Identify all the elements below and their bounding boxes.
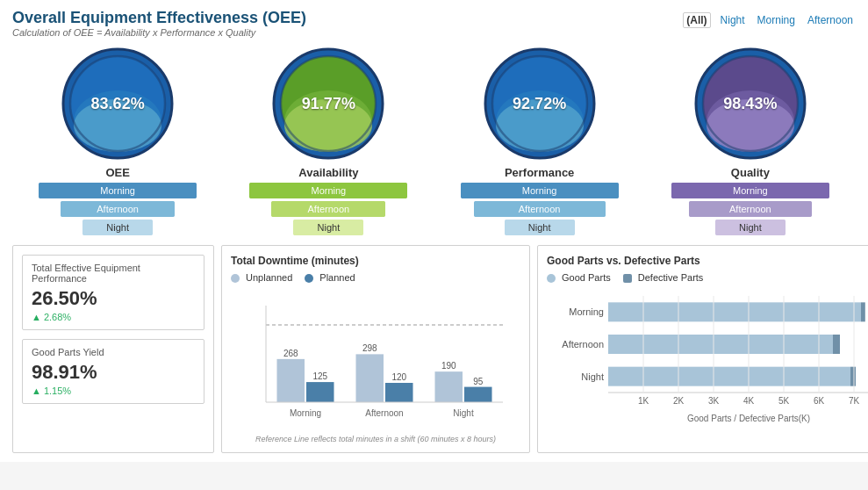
filter-afternoon[interactable]: Afternoon	[805, 13, 856, 27]
kpi-row: 83.62%OEEMorningAfternoonNight 91.77%Ava…	[12, 47, 856, 238]
parts-legend: Good Parts Defective Parts	[547, 272, 868, 283]
planned-bar	[306, 382, 334, 402]
quality-shift-label: Afternoon	[689, 201, 812, 217]
svg-text:Morning: Morning	[290, 408, 321, 418]
parts-svg: MorningAfternoonNight1K2K3K4K5K6K7K8KGoo…	[547, 292, 868, 423]
ref-note: Reference Line reflects total minutes in…	[231, 435, 520, 443]
defective-bar	[861, 302, 865, 321]
svg-text:3K: 3K	[708, 396, 720, 406]
kpi-availability: 91.77%AvailabilityMorningAfternoonNight	[232, 47, 425, 238]
svg-text:190: 190	[441, 361, 456, 371]
performance-shift-bar: Night	[505, 220, 575, 235]
svg-text:Morning: Morning	[569, 306, 604, 317]
svg-text:1K: 1K	[638, 396, 649, 406]
gpy-name: Good Parts Yield	[32, 347, 195, 357]
oee-shift-label: Night	[82, 220, 153, 235]
unplanned-bar	[435, 371, 463, 402]
kpi-quality: 98.43%QualityMorningAfternoonNight	[654, 47, 847, 238]
gpy-value: 98.91%	[32, 361, 195, 384]
good-bar	[608, 335, 833, 354]
svg-text:95: 95	[473, 377, 484, 386]
quality-shift-bar: Night	[715, 220, 786, 235]
svg-text:Afternoon: Afternoon	[562, 339, 604, 349]
filter-tabs: (All) Night Morning Afternoon	[683, 12, 856, 28]
performance-shift-label: Afternoon	[474, 201, 606, 217]
availability-shift-label: Morning	[249, 183, 407, 198]
performance-shift-label: Morning	[461, 183, 619, 198]
availability-value: 91.77%	[302, 95, 355, 113]
teep-change: ▲ 2.68%	[32, 312, 195, 322]
availability-shift-label: Night	[293, 220, 363, 235]
availability-shift-label: Afternoon	[271, 201, 385, 217]
svg-text:Night: Night	[581, 371, 604, 382]
svg-text:120: 120	[391, 372, 406, 382]
page-title: Overall Equipment Effectiveness (OEE)	[12, 9, 306, 27]
oee-shift-label: Afternoon	[61, 201, 175, 217]
availability-shift-bar: Afternoon	[271, 201, 385, 217]
quality-circle: 98.43%	[693, 47, 807, 161]
good-bar	[608, 302, 861, 321]
teep-value: 26.50%	[32, 287, 195, 310]
quality-shift-bar: Morning	[671, 183, 829, 198]
planned-bar	[385, 383, 413, 402]
quality-shift-label: Night	[715, 220, 786, 235]
availability-circle: 91.77%	[271, 47, 385, 161]
quality-shift-label: Morning	[671, 183, 829, 198]
svg-text:Night: Night	[453, 408, 474, 418]
oee-circle: 83.62%	[61, 47, 175, 161]
availability-name: Availability	[298, 166, 358, 179]
availability-shift-bar: Night	[293, 220, 363, 235]
performance-name: Performance	[505, 166, 574, 179]
kpi-oee: 83.62%OEEMorningAfternoonNight	[21, 47, 214, 238]
oee-shift-bar: Night	[82, 220, 153, 235]
svg-text:Afternoon: Afternoon	[365, 408, 403, 418]
gpy-block: Good Parts Yield 98.91% ▲ 1.15%	[22, 339, 204, 404]
svg-text:268: 268	[283, 349, 298, 358]
oee-name: OEE	[105, 166, 129, 179]
quality-shift-bar: Afternoon	[689, 201, 812, 217]
svg-text:2K: 2K	[673, 396, 685, 406]
parts-chart-area: MorningAfternoonNight1K2K3K4K5K6K7K8KGoo…	[547, 288, 868, 429]
defective-parts-legend: Defective Parts	[623, 272, 704, 283]
oee-value: 83.62%	[91, 95, 145, 113]
defective-bar	[850, 367, 856, 386]
good-parts-legend: Good Parts	[547, 272, 611, 283]
oee-shift-bar: Afternoon	[61, 201, 175, 217]
performance-circle: 92.72%	[483, 47, 597, 161]
svg-text:5K: 5K	[778, 396, 790, 406]
performance-shift-label: Night	[505, 220, 575, 235]
oee-shift-bar: Morning	[39, 183, 197, 198]
gpy-change: ▲ 1.15%	[32, 386, 195, 396]
downtime-svg: 268125Morning298120Afternoon19095Night	[231, 288, 520, 429]
svg-text:125: 125	[312, 371, 327, 381]
quality-value: 98.43%	[723, 95, 777, 113]
kpi-performance: 92.72%PerformanceMorningAfternoonNight	[443, 47, 636, 238]
filter-all[interactable]: (All)	[683, 12, 710, 28]
metrics-panel: Total Effective Equipment Performance 26…	[12, 245, 214, 453]
oee-shift-label: Morning	[39, 183, 197, 198]
good-bar	[608, 367, 850, 386]
parts-panel: Good Parts vs. Defective Parts Good Part…	[537, 245, 868, 453]
svg-text:7K: 7K	[849, 396, 860, 406]
defective-bar	[833, 335, 840, 354]
svg-text:298: 298	[362, 343, 377, 353]
performance-shift-bar: Morning	[461, 183, 619, 198]
svg-text:4K: 4K	[743, 396, 755, 406]
unplanned-bar	[356, 354, 384, 402]
bottom-row: Total Effective Equipment Performance 26…	[12, 245, 856, 453]
subtitle: Calculation of OEE = Availability x Perf…	[12, 27, 306, 38]
planned-legend: Planned	[305, 272, 355, 283]
quality-name: Quality	[731, 166, 770, 179]
filter-night[interactable]: Night	[718, 13, 748, 27]
availability-shift-bar: Morning	[249, 183, 407, 198]
downtime-chart-area: 268125Morning298120Afternoon19095Night	[231, 288, 520, 431]
planned-bar	[464, 387, 492, 402]
downtime-legend: Unplanned Planned	[231, 272, 520, 283]
downtime-panel: Total Downtime (minutes) Unplanned Plann…	[221, 245, 530, 453]
filter-morning[interactable]: Morning	[755, 13, 798, 27]
svg-text:Good Parts / Defective Parts(K: Good Parts / Defective Parts(K)	[687, 414, 810, 423]
performance-value: 92.72%	[513, 95, 566, 113]
teep-name: Total Effective Equipment Performance	[32, 263, 195, 284]
teep-block: Total Effective Equipment Performance 26…	[22, 255, 204, 330]
svg-text:6K: 6K	[814, 396, 825, 406]
